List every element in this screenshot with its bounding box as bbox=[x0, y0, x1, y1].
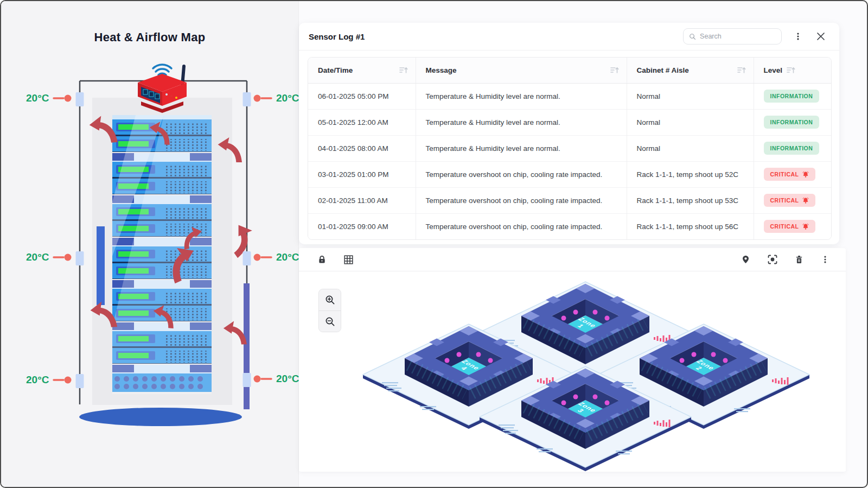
cell-datetime: 05-01-2025 12:00 AM bbox=[308, 109, 416, 135]
sensor-log-title: Sensor Log #1 bbox=[309, 32, 365, 41]
thermometer-icon bbox=[53, 376, 73, 384]
temp-value: 20°C bbox=[276, 92, 299, 104]
sort-icon[interactable] bbox=[610, 67, 619, 74]
search-input-wrapper[interactable] bbox=[683, 28, 782, 45]
lock-button[interactable] bbox=[315, 252, 329, 267]
cell-cabinet: Normal bbox=[627, 135, 754, 161]
temp-value: 20°C bbox=[26, 251, 49, 263]
cell-level: INFORMATION bbox=[754, 109, 831, 135]
search-input[interactable] bbox=[700, 33, 776, 40]
thermometer-icon bbox=[53, 94, 73, 102]
close-button[interactable] bbox=[814, 30, 827, 43]
sensor-log-panel: Sensor Log #1 bbox=[299, 23, 839, 244]
delete-button[interactable] bbox=[793, 252, 806, 267]
kebab-menu-button[interactable] bbox=[792, 29, 805, 43]
kebab-menu-icon bbox=[794, 31, 802, 41]
zoom-out-button[interactable] bbox=[319, 310, 341, 332]
cell-cabinet: Rack 1-1-1, temp shoot up 53C bbox=[627, 187, 754, 213]
zoom-in-button[interactable] bbox=[319, 289, 341, 310]
column-header-cabinet: Cabinet # Aisle bbox=[627, 58, 754, 83]
location-button[interactable] bbox=[739, 252, 752, 267]
cell-message: Temperature overshoot on chip, cooling r… bbox=[416, 161, 627, 187]
cell-datetime: 06-01-2025 05:00 PM bbox=[308, 83, 416, 109]
alarm-bell-icon bbox=[802, 223, 809, 230]
cell-level: CRITICAL bbox=[754, 187, 831, 213]
column-header-level: Level bbox=[754, 58, 831, 83]
map-toolbar bbox=[299, 248, 846, 271]
cell-message: Temperature overshoot on chip, cooling r… bbox=[416, 213, 627, 239]
cell-cabinet: Rack 1-1-1, temp shoot up 56C bbox=[627, 213, 754, 239]
thermometer-icon bbox=[252, 94, 272, 102]
temp-value: 20°C bbox=[276, 251, 299, 263]
map-area: Zone 1 Zone 4 Zone 2 bbox=[299, 271, 846, 471]
trash-icon bbox=[795, 255, 803, 264]
cell-message: Temperature & Humidity level are normal. bbox=[416, 109, 627, 135]
cell-level: CRITICAL bbox=[754, 161, 831, 187]
zoom-in-icon bbox=[325, 295, 335, 305]
sort-icon[interactable] bbox=[737, 67, 746, 74]
cell-datetime: 02-01-2025 11:00 AM bbox=[308, 187, 416, 213]
cell-cabinet: Normal bbox=[627, 109, 754, 135]
grid-icon bbox=[344, 255, 353, 264]
table-row: 01-01-2025 09:00 AM Temperature overshoo… bbox=[308, 213, 831, 239]
cell-message: Temperature & Humidity level are normal. bbox=[416, 135, 627, 161]
column-header-message: Message bbox=[416, 58, 627, 83]
temp-sensor-left-middle: 20°C bbox=[26, 251, 73, 263]
column-header-datetime: Date/Time bbox=[308, 58, 416, 83]
datacenter-isometric-map[interactable]: Zone 1 Zone 4 Zone 2 bbox=[317, 271, 827, 471]
sort-icon[interactable] bbox=[787, 67, 795, 74]
sort-icon[interactable] bbox=[399, 67, 408, 74]
cell-datetime: 01-01-2025 09:00 AM bbox=[308, 213, 416, 239]
close-icon bbox=[816, 32, 825, 41]
temp-value: 20°C bbox=[276, 373, 299, 385]
temp-sensor-right-middle: 20°C bbox=[252, 251, 299, 263]
datacenter-map-panel: Zone 1 Zone 4 Zone 2 bbox=[299, 248, 846, 472]
app-window: Heat & Airflow Map bbox=[0, 0, 868, 488]
heat-airflow-panel: Heat & Airflow Map bbox=[1, 1, 299, 488]
focus-scan-button[interactable] bbox=[765, 252, 780, 267]
table-row: 05-01-2025 12:00 AM Temperature & Humidi… bbox=[308, 109, 831, 135]
status-badge: CRITICAL bbox=[764, 194, 815, 207]
temp-sensor-left-bottom: 20°C bbox=[26, 374, 73, 386]
location-pin-icon bbox=[741, 255, 750, 264]
server-rack bbox=[112, 115, 212, 394]
alarm-bell-icon bbox=[802, 197, 809, 204]
cell-level: CRITICAL bbox=[754, 213, 831, 239]
thermometer-icon bbox=[252, 375, 272, 383]
zoom-out-icon bbox=[325, 316, 335, 327]
table-header-row: Date/Time Mess bbox=[308, 58, 831, 83]
thermometer-icon bbox=[53, 253, 73, 261]
temp-value: 20°C bbox=[26, 374, 49, 386]
kebab-menu-button[interactable] bbox=[819, 252, 832, 267]
status-badge: INFORMATION bbox=[764, 116, 820, 129]
lock-icon bbox=[317, 255, 327, 264]
sensor-log-table: Date/Time Mess bbox=[308, 57, 832, 240]
table-row: 04-01-2025 08:00 AM Temperature & Humidi… bbox=[308, 135, 831, 161]
cell-message: Temperature & Humidity level are normal. bbox=[416, 83, 627, 109]
rack-shadow bbox=[79, 408, 242, 426]
heat-airflow-illustration bbox=[1, 1, 299, 488]
cell-cabinet: Rack 1-1-1, temp shoot up 52C bbox=[627, 161, 754, 187]
cell-datetime: 04-01-2025 08:00 AM bbox=[308, 135, 416, 161]
wifi-router bbox=[138, 65, 187, 113]
kebab-menu-icon bbox=[821, 255, 829, 264]
search-icon bbox=[689, 33, 696, 41]
temp-sensor-left-top: 20°C bbox=[26, 92, 73, 104]
table-row: 03-01-2025 01:00 PM Temperature overshoo… bbox=[308, 161, 831, 187]
table-row: 02-01-2025 11:00 AM Temperature overshoo… bbox=[308, 187, 831, 213]
grid-button[interactable] bbox=[342, 253, 355, 267]
alarm-bell-icon bbox=[802, 171, 809, 178]
status-badge: INFORMATION bbox=[764, 90, 820, 103]
cell-message: Temperature overshoot on chip, cooling r… bbox=[416, 187, 627, 213]
temp-value: 20°C bbox=[26, 92, 49, 104]
focus-scan-icon bbox=[768, 255, 777, 264]
cell-level: INFORMATION bbox=[754, 83, 831, 109]
status-badge: CRITICAL bbox=[764, 220, 815, 233]
thermometer-icon bbox=[252, 253, 272, 261]
cell-cabinet: Normal bbox=[627, 83, 754, 109]
status-badge: CRITICAL bbox=[764, 168, 815, 181]
status-badge: INFORMATION bbox=[764, 142, 820, 155]
sensor-log-header: Sensor Log #1 bbox=[299, 23, 839, 50]
zoom-controls bbox=[318, 289, 341, 332]
temp-sensor-right-top: 20°C bbox=[252, 92, 299, 104]
